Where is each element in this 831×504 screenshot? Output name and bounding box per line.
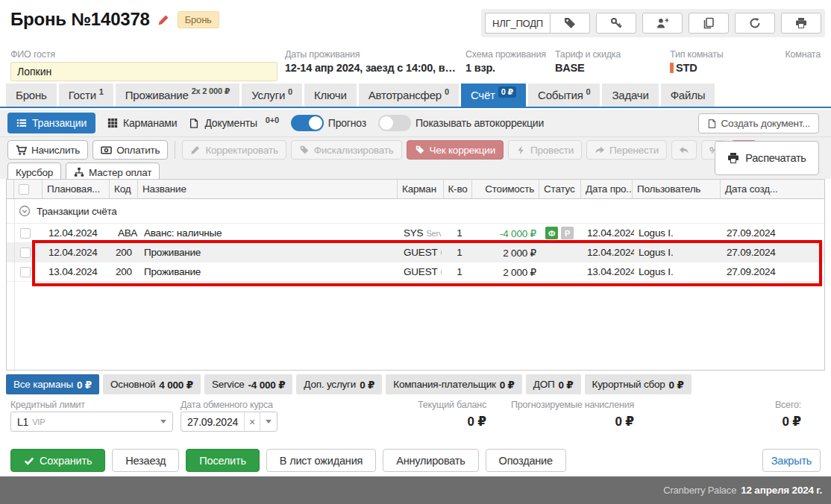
exchange-date-label: Дата обменного курса: [181, 400, 273, 410]
row-checkbox[interactable]: [20, 267, 31, 277]
group-row-account-transactions[interactable]: Транзакции счёта: [7, 199, 824, 224]
copy-button[interactable]: [689, 13, 729, 34]
group-row-label: Транзакции счёта: [37, 206, 117, 217]
autocorrections-toggle-label: Показывать автокоррекции: [416, 117, 544, 129]
annul-button[interactable]: Аннулировать: [383, 449, 478, 472]
print-button-top[interactable]: [781, 13, 821, 34]
row-checkbox[interactable]: [20, 228, 31, 239]
tag-button[interactable]: [550, 13, 590, 34]
copy-icon: [703, 17, 715, 29]
col-name[interactable]: Название: [138, 180, 398, 198]
hotel-name: Cranberry Palace: [663, 485, 736, 496]
table-row[interactable]: 12.04.2024 АВА Аванс: наличные SYSServic…: [7, 224, 824, 243]
history-icon: [749, 17, 761, 29]
pencil-icon: [190, 145, 201, 155]
pay-button[interactable]: Оплатить: [92, 140, 168, 160]
post-button[interactable]: Провести: [508, 140, 582, 160]
tab-account[interactable]: Счёт0 ₽: [461, 84, 526, 107]
col-op-date[interactable]: Дата про...: [581, 180, 633, 198]
arrow-forward-icon: [595, 145, 605, 155]
transfer-button[interactable]: Перенести: [586, 140, 667, 160]
stamp-code: НЛГ_ПОДП: [485, 13, 550, 34]
clear-date-icon[interactable]: ×: [244, 412, 260, 431]
pocket-all[interactable]: Все карманы0 ₽: [6, 374, 99, 394]
check-in-button[interactable]: Поселить: [186, 449, 259, 472]
collapse-icon[interactable]: [19, 205, 31, 217]
printer-icon: [727, 152, 739, 164]
late-button[interactable]: Опоздание: [486, 449, 566, 472]
room-type-value[interactable]: STD: [676, 62, 697, 74]
credit-limit-select[interactable]: L1 VIP: [10, 412, 173, 432]
document-icon: [189, 118, 199, 129]
divider: [175, 141, 175, 159]
col-code[interactable]: Код: [110, 180, 138, 198]
exchange-date-picker[interactable]: 27.09.2024 ×: [181, 412, 277, 432]
col-user[interactable]: Пользователь: [633, 180, 721, 198]
room-field: Комната: [785, 49, 821, 62]
pocket-extra-services[interactable]: Доп. услуги0 ₽: [296, 374, 382, 394]
undo-button[interactable]: [671, 140, 697, 160]
col-pocket[interactable]: Карман: [398, 180, 444, 198]
tariff-value[interactable]: BASE: [555, 62, 621, 74]
table-row[interactable]: 12.04.2024 200 Проживание GUESTОсн 1 2 0…: [7, 243, 824, 262]
correct-button[interactable]: Корректировать: [182, 140, 286, 160]
tab-transfer[interactable]: Автотрансфер0: [359, 84, 459, 107]
col-planned-date[interactable]: Плановая...: [43, 180, 110, 198]
scheme-field: Схема проживания 1 взр.: [465, 49, 546, 74]
tab-events[interactable]: События0: [528, 84, 600, 107]
save-button[interactable]: Сохранить: [10, 449, 105, 472]
row-checkbox[interactable]: [20, 248, 31, 258]
pocket-company-payer[interactable]: Компания-плательщик0 ₽: [386, 374, 522, 394]
charge-button[interactable]: Начислить: [7, 140, 88, 160]
tab-services[interactable]: Услуги0: [242, 84, 302, 107]
pocket-resort-fee[interactable]: Курортный сбор0 ₽: [585, 374, 692, 394]
posted-badge: Р: [561, 227, 574, 239]
col-cost[interactable]: Стоимость: [472, 180, 539, 198]
edit-pencil-icon[interactable]: [157, 13, 170, 26]
print-button[interactable]: Распечатать: [715, 141, 819, 175]
correction-check-button[interactable]: Чек коррекции: [407, 140, 504, 160]
tab-guests[interactable]: Гости1: [59, 84, 113, 107]
tab-keys[interactable]: Ключи: [304, 84, 357, 107]
booking-window: Бронь №140378 Бронь НЛГ_ПОДП: [0, 0, 831, 504]
room-type-color-icon: [670, 63, 674, 73]
forecast-toggle-label: Прогноз: [328, 117, 366, 129]
tab-tasks[interactable]: Задачи: [602, 84, 658, 107]
create-document-button[interactable]: Создать документ...: [698, 113, 819, 133]
guest-name-input[interactable]: [10, 62, 277, 81]
tab-stay[interactable]: Проживание2х 2 000 ₽: [116, 84, 239, 107]
col-created[interactable]: Дата созд...: [721, 180, 824, 198]
pocket-main[interactable]: Основной4 000 ₽: [103, 374, 201, 394]
close-button[interactable]: Закрыть: [762, 449, 821, 472]
add-guest-button[interactable]: [642, 13, 683, 34]
tab-bron[interactable]: Бронь: [6, 84, 57, 107]
printer-icon: [795, 17, 807, 29]
document-icon: [707, 119, 717, 129]
key-button[interactable]: [596, 13, 636, 34]
tags-icon: [299, 145, 310, 155]
no-show-button[interactable]: Незаезд: [112, 449, 179, 472]
chevron-down-icon: [160, 420, 166, 423]
scheme-value[interactable]: 1 взр.: [465, 62, 546, 74]
col-status[interactable]: Статус: [539, 180, 581, 198]
forecast-block: Прогнозируемые начисления 0 ₽: [440, 400, 634, 429]
col-qty[interactable]: К-во: [444, 180, 472, 198]
view-transactions-button[interactable]: Транзакции: [7, 113, 95, 133]
history-button[interactable]: [735, 13, 775, 34]
guest-field: ФИО гостя: [10, 49, 277, 81]
stay-dates-value[interactable]: 12-14 апр 2024, заезд с 14:00, выез...: [285, 62, 458, 74]
grid-icon: [107, 118, 118, 128]
tab-badge: 0 ₽: [498, 86, 516, 98]
pocket-dop[interactable]: ДОП0 ₽: [526, 374, 581, 394]
waitlist-button[interactable]: В лист ожидания: [266, 449, 376, 472]
autocorrections-toggle[interactable]: [378, 115, 411, 131]
pocket-service[interactable]: Service-4 000 ₽: [204, 374, 292, 394]
forecast-toggle[interactable]: [291, 115, 324, 131]
view-pockets-button[interactable]: Карманами: [107, 117, 177, 129]
table-row[interactable]: 13.04.2024 200 Проживание GUESTОсн 1 2 0…: [7, 262, 824, 282]
fiscalize-button[interactable]: Фискализировать: [291, 140, 402, 160]
chevron-down-icon[interactable]: [260, 412, 277, 431]
select-all-checkbox[interactable]: [19, 184, 29, 195]
tab-files[interactable]: Файлы: [661, 84, 715, 107]
view-documents-button[interactable]: Документы 0+0: [189, 117, 278, 129]
